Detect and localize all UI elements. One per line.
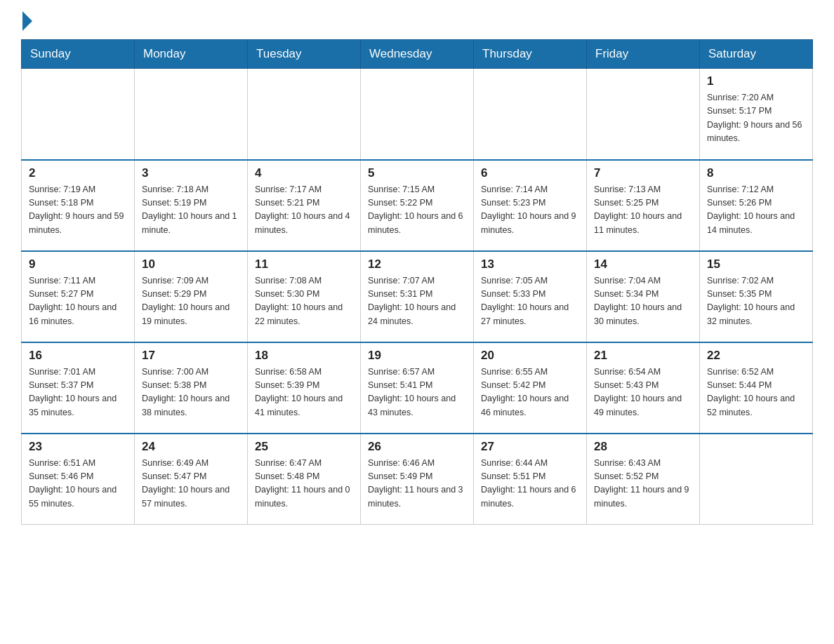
calendar-cell xyxy=(135,69,248,160)
week-row-5: 23Sunrise: 6:51 AMSunset: 5:46 PMDayligh… xyxy=(22,434,813,525)
day-number: 17 xyxy=(142,349,240,363)
day-number: 12 xyxy=(368,257,466,271)
day-info: Sunrise: 6:47 AMSunset: 5:48 PMDaylight:… xyxy=(255,457,353,511)
day-number: 3 xyxy=(142,166,240,180)
day-number: 26 xyxy=(368,440,466,454)
calendar-cell: 25Sunrise: 6:47 AMSunset: 5:48 PMDayligh… xyxy=(248,434,361,525)
calendar-cell: 9Sunrise: 7:11 AMSunset: 5:27 PMDaylight… xyxy=(22,251,135,342)
day-info: Sunrise: 6:49 AMSunset: 5:47 PMDaylight:… xyxy=(142,457,240,511)
day-number: 16 xyxy=(29,349,127,363)
day-number: 23 xyxy=(29,440,127,454)
calendar-cell: 5Sunrise: 7:15 AMSunset: 5:22 PMDaylight… xyxy=(361,160,474,251)
day-info: Sunrise: 6:58 AMSunset: 5:39 PMDaylight:… xyxy=(255,365,353,420)
day-info: Sunrise: 6:54 AMSunset: 5:43 PMDaylight:… xyxy=(594,365,692,420)
day-number: 1 xyxy=(707,74,805,88)
header-wednesday: Wednesday xyxy=(361,40,474,69)
day-number: 22 xyxy=(707,349,805,363)
logo-arrow-icon xyxy=(22,11,32,31)
day-number: 6 xyxy=(481,166,579,180)
week-row-3: 9Sunrise: 7:11 AMSunset: 5:27 PMDaylight… xyxy=(22,251,813,342)
day-number: 4 xyxy=(255,166,353,180)
day-info: Sunrise: 7:19 AMSunset: 5:18 PMDaylight:… xyxy=(29,183,127,238)
day-info: Sunrise: 7:04 AMSunset: 5:34 PMDaylight:… xyxy=(594,274,692,329)
calendar-cell: 8Sunrise: 7:12 AMSunset: 5:26 PMDaylight… xyxy=(700,160,813,251)
day-info: Sunrise: 7:20 AMSunset: 5:17 PMDaylight:… xyxy=(707,91,805,146)
week-row-2: 2Sunrise: 7:19 AMSunset: 5:18 PMDaylight… xyxy=(22,160,813,251)
calendar-cell: 16Sunrise: 7:01 AMSunset: 5:37 PMDayligh… xyxy=(22,342,135,434)
calendar-cell: 20Sunrise: 6:55 AMSunset: 5:42 PMDayligh… xyxy=(474,342,587,434)
calendar-cell: 23Sunrise: 6:51 AMSunset: 5:46 PMDayligh… xyxy=(22,434,135,525)
calendar-cell xyxy=(248,69,361,160)
header-thursday: Thursday xyxy=(474,40,587,69)
day-info: Sunrise: 7:09 AMSunset: 5:29 PMDaylight:… xyxy=(142,274,240,329)
day-info: Sunrise: 7:00 AMSunset: 5:38 PMDaylight:… xyxy=(142,365,240,420)
weekday-header-row: Sunday Monday Tuesday Wednesday Thursday… xyxy=(22,40,813,69)
day-number: 20 xyxy=(481,349,579,363)
week-row-4: 16Sunrise: 7:01 AMSunset: 5:37 PMDayligh… xyxy=(22,342,813,434)
day-info: Sunrise: 7:12 AMSunset: 5:26 PMDaylight:… xyxy=(707,183,805,238)
calendar-cell: 2Sunrise: 7:19 AMSunset: 5:18 PMDaylight… xyxy=(22,160,135,251)
calendar-cell: 12Sunrise: 7:07 AMSunset: 5:31 PMDayligh… xyxy=(361,251,474,342)
header-tuesday: Tuesday xyxy=(248,40,361,69)
day-number: 25 xyxy=(255,440,353,454)
calendar-cell xyxy=(587,69,700,160)
day-number: 13 xyxy=(481,257,579,271)
day-info: Sunrise: 7:15 AMSunset: 5:22 PMDaylight:… xyxy=(368,183,466,238)
day-number: 15 xyxy=(707,257,805,271)
day-info: Sunrise: 7:17 AMSunset: 5:21 PMDaylight:… xyxy=(255,183,353,238)
calendar-cell: 26Sunrise: 6:46 AMSunset: 5:49 PMDayligh… xyxy=(361,434,474,525)
day-info: Sunrise: 7:08 AMSunset: 5:30 PMDaylight:… xyxy=(255,274,353,329)
day-info: Sunrise: 6:51 AMSunset: 5:46 PMDaylight:… xyxy=(29,457,127,511)
header-friday: Friday xyxy=(587,40,700,69)
day-number: 7 xyxy=(594,166,692,180)
day-info: Sunrise: 7:01 AMSunset: 5:37 PMDaylight:… xyxy=(29,365,127,420)
day-info: Sunrise: 6:43 AMSunset: 5:52 PMDaylight:… xyxy=(594,457,692,511)
calendar-cell: 22Sunrise: 6:52 AMSunset: 5:44 PMDayligh… xyxy=(700,342,813,434)
day-number: 18 xyxy=(255,349,353,363)
calendar-cell: 3Sunrise: 7:18 AMSunset: 5:19 PMDaylight… xyxy=(135,160,248,251)
day-number: 10 xyxy=(142,257,240,271)
day-info: Sunrise: 6:52 AMSunset: 5:44 PMDaylight:… xyxy=(707,365,805,420)
day-info: Sunrise: 6:57 AMSunset: 5:41 PMDaylight:… xyxy=(368,365,466,420)
week-row-1: 1Sunrise: 7:20 AMSunset: 5:17 PMDaylight… xyxy=(22,69,813,160)
day-info: Sunrise: 7:07 AMSunset: 5:31 PMDaylight:… xyxy=(368,274,466,329)
calendar-cell: 4Sunrise: 7:17 AMSunset: 5:21 PMDaylight… xyxy=(248,160,361,251)
header xyxy=(21,14,813,28)
day-number: 11 xyxy=(255,257,353,271)
day-info: Sunrise: 6:44 AMSunset: 5:51 PMDaylight:… xyxy=(481,457,579,511)
calendar-cell: 7Sunrise: 7:13 AMSunset: 5:25 PMDaylight… xyxy=(587,160,700,251)
day-info: Sunrise: 7:02 AMSunset: 5:35 PMDaylight:… xyxy=(707,274,805,329)
calendar-cell xyxy=(474,69,587,160)
calendar-cell: 14Sunrise: 7:04 AMSunset: 5:34 PMDayligh… xyxy=(587,251,700,342)
header-sunday: Sunday xyxy=(22,40,135,69)
calendar-cell: 28Sunrise: 6:43 AMSunset: 5:52 PMDayligh… xyxy=(587,434,700,525)
calendar-cell: 13Sunrise: 7:05 AMSunset: 5:33 PMDayligh… xyxy=(474,251,587,342)
calendar-table: Sunday Monday Tuesday Wednesday Thursday… xyxy=(21,39,813,525)
calendar-cell: 10Sunrise: 7:09 AMSunset: 5:29 PMDayligh… xyxy=(135,251,248,342)
calendar-cell: 1Sunrise: 7:20 AMSunset: 5:17 PMDaylight… xyxy=(700,69,813,160)
calendar-cell: 11Sunrise: 7:08 AMSunset: 5:30 PMDayligh… xyxy=(248,251,361,342)
day-number: 28 xyxy=(594,440,692,454)
calendar-cell: 19Sunrise: 6:57 AMSunset: 5:41 PMDayligh… xyxy=(361,342,474,434)
day-number: 14 xyxy=(594,257,692,271)
day-number: 5 xyxy=(368,166,466,180)
day-info: Sunrise: 7:13 AMSunset: 5:25 PMDaylight:… xyxy=(594,183,692,238)
calendar-cell: 17Sunrise: 7:00 AMSunset: 5:38 PMDayligh… xyxy=(135,342,248,434)
header-monday: Monday xyxy=(135,40,248,69)
day-number: 27 xyxy=(481,440,579,454)
day-number: 9 xyxy=(29,257,127,271)
calendar-cell: 21Sunrise: 6:54 AMSunset: 5:43 PMDayligh… xyxy=(587,342,700,434)
calendar-cell: 6Sunrise: 7:14 AMSunset: 5:23 PMDaylight… xyxy=(474,160,587,251)
calendar-cell: 15Sunrise: 7:02 AMSunset: 5:35 PMDayligh… xyxy=(700,251,813,342)
calendar-cell: 24Sunrise: 6:49 AMSunset: 5:47 PMDayligh… xyxy=(135,434,248,525)
calendar-cell xyxy=(361,69,474,160)
day-number: 19 xyxy=(368,349,466,363)
day-info: Sunrise: 6:46 AMSunset: 5:49 PMDaylight:… xyxy=(368,457,466,511)
day-info: Sunrise: 7:11 AMSunset: 5:27 PMDaylight:… xyxy=(29,274,127,329)
day-info: Sunrise: 6:55 AMSunset: 5:42 PMDaylight:… xyxy=(481,365,579,420)
calendar-cell: 18Sunrise: 6:58 AMSunset: 5:39 PMDayligh… xyxy=(248,342,361,434)
day-info: Sunrise: 7:05 AMSunset: 5:33 PMDaylight:… xyxy=(481,274,579,329)
header-saturday: Saturday xyxy=(700,40,813,69)
calendar-cell xyxy=(700,434,813,525)
calendar-cell xyxy=(22,69,135,160)
